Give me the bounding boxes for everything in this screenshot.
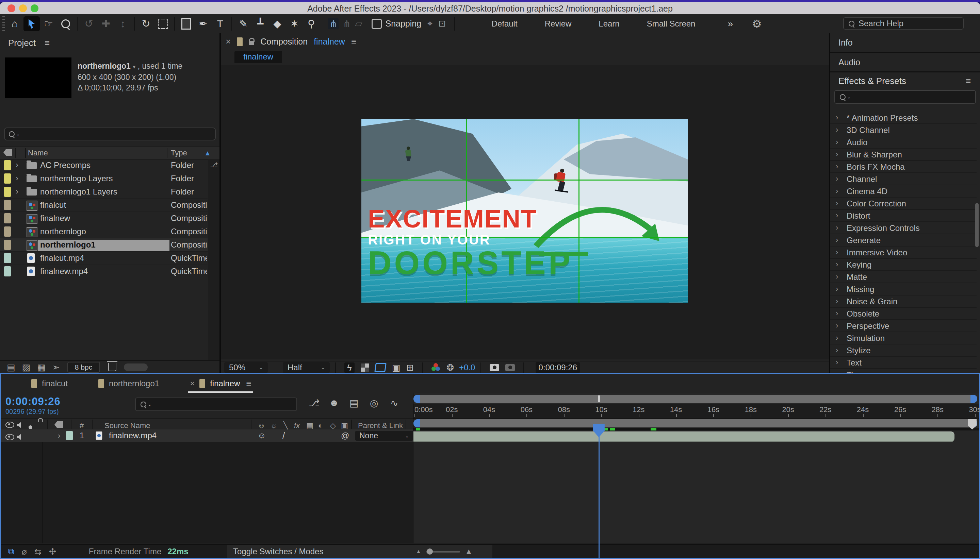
- timeline-panel-menu-icon[interactable]: ≡: [246, 379, 251, 389]
- brush-tool[interactable]: ✎: [235, 17, 252, 31]
- expand-chevron[interactable]: ›: [836, 187, 838, 195]
- transparency-grid-icon[interactable]: [361, 364, 369, 372]
- flowchart-icon[interactable]: ⎇: [210, 161, 217, 168]
- snapping-checkbox[interactable]: [371, 19, 382, 29]
- project-row[interactable]: finalcutComposition: [0, 198, 207, 212]
- orbit-camera-tool[interactable]: ↺: [81, 17, 97, 31]
- workspace-default[interactable]: Default: [492, 19, 517, 28]
- layer-visibility-icon[interactable]: [5, 434, 14, 440]
- local-axis-icon[interactable]: ⋔: [328, 18, 338, 29]
- type-column-header[interactable]: Type: [171, 149, 187, 157]
- preview-item-name[interactable]: northernlogo1: [78, 61, 131, 70]
- expand-chevron[interactable]: ›: [836, 346, 838, 355]
- hand-tool[interactable]: ☞: [40, 17, 57, 31]
- toggle-switches-modes-button[interactable]: Toggle Switches / Modes: [233, 547, 323, 556]
- expand-chevron[interactable]: ›: [836, 334, 838, 342]
- project-row[interactable]: finalnew.mp4QuickTime: [0, 265, 207, 278]
- video-column-icon[interactable]: [5, 422, 14, 428]
- pickwhip-icon[interactable]: @: [341, 431, 349, 440]
- adjustment-layer-icon[interactable]: ◐: [318, 421, 323, 430]
- live-update-icon[interactable]: ⧉: [8, 546, 14, 557]
- label-chip[interactable]: [4, 227, 11, 237]
- workspace-learn[interactable]: Learn: [599, 19, 619, 28]
- frame-blend-icon[interactable]: ╲: [284, 421, 288, 430]
- expand-chevron[interactable]: ›: [836, 174, 838, 183]
- composition-viewer[interactable]: EXCITEMENT RIGHT ON YOUR DOORSTEP: [221, 65, 829, 359]
- roto-brush-tool[interactable]: ✶: [286, 17, 302, 31]
- name-column-header[interactable]: Name: [28, 149, 48, 157]
- parent-dropdown[interactable]: None⌄: [355, 431, 413, 441]
- comp-label-chip[interactable]: [237, 37, 243, 46]
- region-of-interest-icon[interactable]: ▣: [392, 362, 401, 373]
- expand-chevron[interactable]: ›: [836, 309, 838, 318]
- expand-chevron[interactable]: ›: [16, 174, 18, 183]
- effects-category-row[interactable]: ›* Animation Presets: [830, 112, 977, 124]
- effects-category-row[interactable]: ›Matte: [830, 271, 977, 283]
- snapshot-icon[interactable]: [490, 364, 499, 371]
- effects-category-row[interactable]: ›Obsolete: [830, 308, 977, 320]
- motion-blur-column-icon[interactable]: ▤: [306, 421, 313, 430]
- time-ruler[interactable]: 0:00s02s04s06s08s10s12s14s16s18s20s22s24…: [413, 404, 979, 418]
- effects-category-row[interactable]: ›Cinema 4D: [830, 185, 977, 198]
- timeline-navigator-bar[interactable]: [413, 395, 977, 403]
- help-search-input[interactable]: Search Help: [843, 17, 963, 30]
- zoom-in-icon[interactable]: ▲: [465, 547, 473, 556]
- expand-chevron[interactable]: ›: [836, 223, 838, 232]
- viewer-timecode[interactable]: 0:00:09:26: [536, 362, 580, 373]
- layer-audio-icon[interactable]: [17, 434, 23, 440]
- effects-category-row[interactable]: ›Missing: [830, 283, 977, 296]
- item-name[interactable]: northernlogo: [40, 227, 86, 237]
- label-column-icon[interactable]: [3, 149, 12, 156]
- preview-caret-icon[interactable]: ▾: [133, 64, 136, 70]
- layer-expand-chevron[interactable]: ›: [58, 432, 60, 440]
- item-name[interactable]: northernlogo Layers: [40, 174, 113, 183]
- effects-category-row[interactable]: ›Noise & Grain: [830, 296, 977, 308]
- workspace-small-screen[interactable]: Small Screen: [647, 19, 696, 28]
- expand-chevron[interactable]: ›: [836, 126, 838, 134]
- tab-info[interactable]: Info: [839, 38, 853, 48]
- playhead-line[interactable]: [599, 434, 600, 559]
- item-name[interactable]: northernlogo1: [38, 240, 169, 251]
- effects-category-row[interactable]: ›Text: [830, 357, 977, 369]
- delete-icon[interactable]: [108, 363, 116, 371]
- audio-column-icon[interactable]: [17, 422, 23, 428]
- fast-preview-icon[interactable]: ϟ: [344, 362, 355, 373]
- workspace-overflow-button[interactable]: »: [728, 18, 733, 29]
- effects-column-icon[interactable]: ◇: [330, 421, 336, 430]
- source-name-column-header[interactable]: Source Name: [104, 421, 151, 430]
- composition-mini-flowchart-icon[interactable]: ⎇: [308, 397, 320, 409]
- project-panel-title[interactable]: Project: [8, 38, 36, 48]
- puppet-record-icon[interactable]: ✣: [49, 547, 56, 557]
- shy-icon[interactable]: ☺: [258, 421, 265, 430]
- project-row[interactable]: ›northernlogo1 LayersFolder: [0, 185, 207, 198]
- rectangle-tool[interactable]: [178, 17, 194, 31]
- work-area-bar[interactable]: [413, 419, 977, 427]
- snap-to-features-icon[interactable]: ⊡: [439, 18, 446, 29]
- expand-chevron[interactable]: ›: [836, 260, 838, 269]
- close-icon[interactable]: ×: [226, 36, 231, 47]
- fx-icon[interactable]: fx: [294, 421, 300, 430]
- index-column-header[interactable]: #: [80, 421, 84, 430]
- item-name[interactable]: finalnew.mp4: [40, 266, 88, 276]
- effects-category-row[interactable]: ›Expression Controls: [830, 222, 977, 234]
- layer-source-name[interactable]: finalnew.mp4: [109, 431, 156, 440]
- label-chip[interactable]: [4, 253, 11, 263]
- expand-chevron[interactable]: ›: [836, 272, 838, 281]
- effects-category-row[interactable]: ›Immersive Video: [830, 246, 977, 259]
- eraser-tool[interactable]: ◆: [269, 17, 285, 31]
- sync-settings-icon[interactable]: ⚙: [752, 17, 762, 30]
- timeline-tab-finalcut[interactable]: finalcut: [31, 374, 68, 394]
- view-axis-icon[interactable]: ▱: [355, 18, 362, 29]
- rotation-tool[interactable]: ↻: [138, 17, 154, 31]
- expand-chevron[interactable]: ›: [836, 113, 838, 122]
- bit-depth-button[interactable]: 8 bpc: [67, 362, 100, 373]
- composition-panel-menu-icon[interactable]: ≡: [351, 36, 356, 47]
- layer-duration-bar[interactable]: [413, 432, 955, 442]
- dolly-camera-tool[interactable]: ↕: [115, 17, 131, 31]
- layer-shy-icon[interactable]: ☺: [258, 431, 266, 440]
- 3d-layer-icon[interactable]: ▣: [341, 421, 348, 430]
- project-row[interactable]: ›AC PrecompsFolder: [0, 159, 207, 172]
- expand-chevron[interactable]: ›: [836, 162, 838, 171]
- workspace-review[interactable]: Review: [545, 19, 572, 28]
- layer-row[interactable]: › 1 finalnew.mp4 ☺ / @ None⌄: [1, 430, 413, 443]
